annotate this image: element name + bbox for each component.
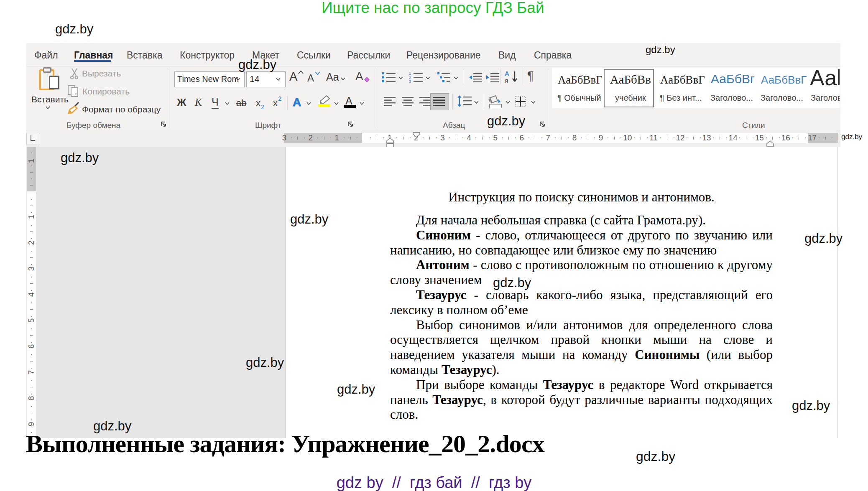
svg-text:я: я xyxy=(505,77,508,84)
svg-text:А: А xyxy=(505,70,509,77)
svg-text:3: 3 xyxy=(409,79,411,83)
svg-text:2: 2 xyxy=(409,76,411,80)
svg-text:1: 1 xyxy=(409,71,411,76)
